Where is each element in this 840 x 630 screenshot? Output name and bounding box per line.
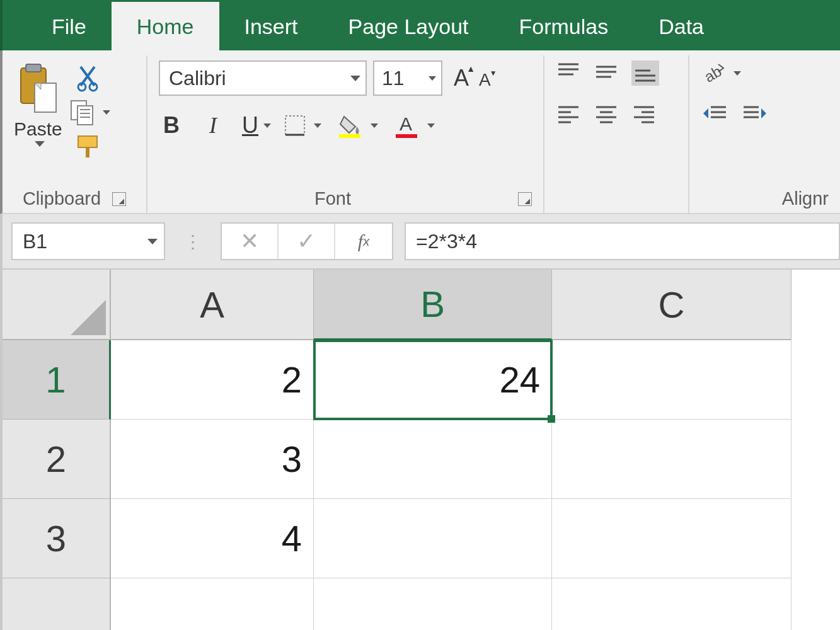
svg-rect-7 (78, 106, 93, 125)
bold-button[interactable]: B (159, 112, 184, 139)
orientation-icon: ab (701, 60, 726, 86)
formula-bar-value: =2*3*4 (416, 230, 477, 253)
chevron-down-icon (427, 123, 435, 128)
svg-rect-17 (396, 134, 417, 138)
worksheet: A B C 1 2 3 2 24 3 4 (0, 270, 840, 630)
cell-A3[interactable]: 4 (111, 499, 314, 578)
align-bottom-button[interactable] (631, 60, 659, 86)
formula-bar-buttons: ✕ ✓ fx (221, 222, 393, 260)
chevron-down-icon (734, 71, 741, 76)
align-right-button[interactable] (631, 102, 657, 125)
group-label-clipboard: Clipboard (23, 188, 101, 209)
align-middle-button[interactable] (594, 60, 619, 83)
font-size-value: 11 (382, 67, 405, 90)
align-left-button[interactable] (556, 102, 581, 125)
cell-A2[interactable]: 3 (111, 420, 314, 499)
row-header-2[interactable]: 2 (3, 420, 111, 499)
chevron-down-icon (103, 110, 110, 115)
svg-rect-11 (78, 136, 97, 147)
tab-page-layout[interactable]: Page Layout (323, 3, 494, 50)
cell-C2[interactable] (552, 420, 791, 499)
tab-formulas[interactable]: Formulas (493, 3, 633, 50)
clipboard-dialog-launcher[interactable] (112, 192, 126, 206)
paste-icon (16, 60, 60, 117)
column-header-B[interactable]: B (314, 270, 552, 340)
italic-button[interactable]: I (200, 112, 226, 139)
paste-dropdown-icon[interactable] (35, 141, 45, 147)
paste-label: Paste (14, 118, 62, 140)
formula-bar-row: B1 ⋮ ✕ ✓ fx =2*3*4 (0, 214, 840, 270)
svg-rect-1 (26, 64, 41, 72)
select-all-corner[interactable] (3, 270, 111, 340)
borders-button[interactable] (284, 114, 321, 137)
chevron-down-icon (263, 123, 271, 128)
chevron-down-icon (429, 76, 436, 81)
group-label-alignment: Alignr (782, 188, 829, 209)
group-alignment-vertical (544, 55, 689, 213)
align-top-button[interactable] (556, 60, 581, 83)
cell-A4[interactable] (111, 578, 314, 630)
name-box-resize-handle[interactable]: ⋮ (165, 231, 221, 252)
cell-C1[interactable] (552, 340, 791, 420)
fill-color-button[interactable] (338, 113, 378, 138)
cell-C4[interactable] (552, 578, 791, 630)
increase-indent-button[interactable] (741, 102, 769, 125)
row-header-4[interactable] (3, 578, 111, 630)
align-center-button[interactable] (594, 102, 619, 125)
cell-A1[interactable]: 2 (111, 340, 314, 420)
column-header-A[interactable]: A (111, 270, 314, 340)
column-header-C[interactable]: C (552, 270, 791, 340)
name-box[interactable]: B1 (11, 222, 165, 260)
format-painter-button[interactable] (74, 132, 105, 160)
cell-C3[interactable] (552, 499, 791, 578)
svg-rect-15 (339, 134, 360, 138)
cell-B3[interactable] (314, 499, 552, 578)
tab-home[interactable]: Home (112, 2, 219, 50)
copy-button[interactable] (69, 98, 110, 126)
cancel-formula-button[interactable]: ✕ (222, 224, 279, 259)
svg-text:A: A (400, 113, 412, 134)
insert-function-button[interactable]: fx (335, 224, 392, 259)
enter-formula-button[interactable]: ✓ (279, 224, 335, 259)
increase-font-size-button[interactable]: A▲ (454, 65, 469, 91)
ribbon: Paste (0, 50, 840, 214)
group-font: Calibri 11 A▲ A▼ B I U (147, 55, 544, 213)
font-name-value: Calibri (169, 67, 226, 90)
group-alignment: ab Alignr (689, 55, 840, 213)
orientation-button[interactable]: ab (701, 60, 741, 86)
svg-rect-12 (86, 147, 89, 158)
cut-button[interactable] (76, 64, 103, 92)
cell-B4[interactable] (314, 578, 552, 630)
tab-insert[interactable]: Insert (219, 3, 323, 50)
borders-icon (284, 114, 306, 137)
tab-data[interactable]: Data (633, 3, 729, 50)
decrease-indent-button[interactable] (701, 102, 728, 125)
tab-file[interactable]: File (26, 3, 112, 50)
svg-rect-13 (285, 116, 304, 135)
group-label-font: Font (159, 188, 507, 209)
chevron-down-icon (314, 123, 321, 128)
name-box-value: B1 (23, 230, 47, 253)
font-color-icon: A (394, 113, 420, 138)
chevron-down-icon (371, 123, 378, 128)
font-color-button[interactable]: A (394, 113, 435, 138)
formula-bar-input[interactable]: =2*3*4 (405, 222, 840, 260)
chevron-down-icon (147, 239, 158, 244)
font-name-combo[interactable]: Calibri (159, 60, 367, 96)
font-dialog-launcher[interactable] (518, 192, 532, 206)
cell-B2[interactable] (314, 420, 552, 499)
copy-icon (69, 98, 96, 126)
group-clipboard: Paste (3, 55, 147, 213)
chevron-down-icon (350, 76, 360, 81)
svg-rect-2 (35, 83, 56, 112)
row-header-3[interactable]: 3 (3, 499, 111, 578)
ribbon-tabs: File Home Insert Page Layout Formulas Da… (0, 0, 840, 50)
paste-button[interactable]: Paste (14, 60, 62, 147)
bucket-icon (338, 113, 363, 138)
row-header-1[interactable]: 1 (3, 340, 111, 420)
font-size-combo[interactable]: 11 (373, 60, 442, 96)
underline-button[interactable]: U (242, 112, 267, 139)
cell-B1[interactable]: 24 (314, 340, 552, 420)
decrease-font-size-button[interactable]: A▼ (479, 70, 491, 90)
